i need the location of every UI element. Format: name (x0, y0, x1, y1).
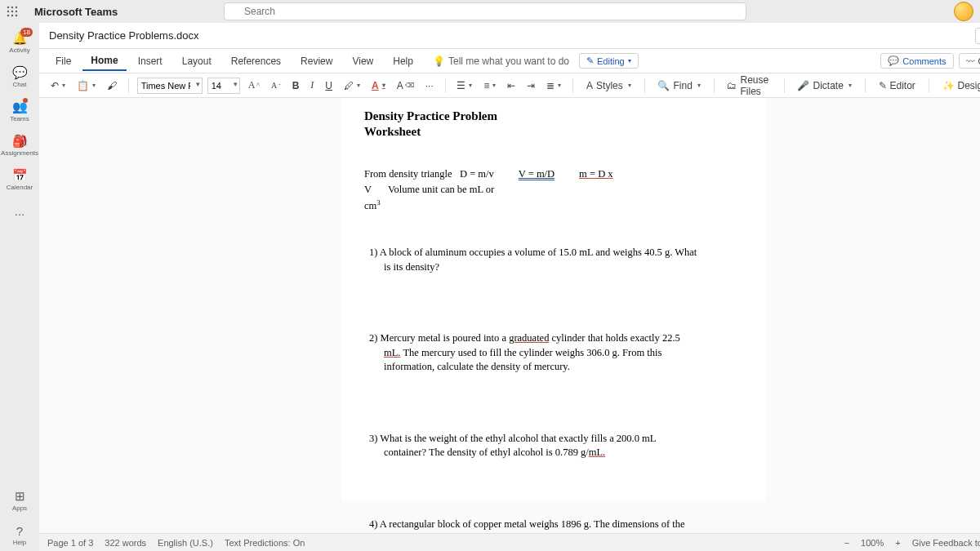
status-bar: Page 1 of 3 322 words English (U.S.) Tex… (39, 533, 980, 551)
search-wrap (224, 2, 746, 20)
svg-point-1 (11, 7, 13, 8)
svg-point-2 (16, 7, 17, 8)
divider (644, 78, 645, 93)
highlight-button[interactable]: 🖊 (341, 78, 363, 93)
waffle-icon[interactable] (7, 6, 29, 17)
designer-icon: ✨ (942, 80, 955, 91)
close-button[interactable]: Close (975, 28, 980, 44)
designer-button[interactable]: ✨Designer (938, 78, 980, 93)
zoom-in-button[interactable]: + (892, 538, 903, 548)
search-input[interactable] (224, 2, 746, 20)
numbering-button[interactable]: ≡ (480, 78, 499, 93)
tab-insert[interactable]: Insert (130, 52, 171, 70)
divider (929, 78, 929, 93)
tab-view[interactable]: View (344, 52, 381, 70)
indent-button[interactable]: ⇥ (523, 78, 538, 93)
feedback-link[interactable]: Give Feedback to Microsoft (912, 538, 980, 548)
tab-references[interactable]: References (223, 52, 289, 70)
chevron-down-icon: ▾ (628, 57, 631, 64)
reuse-files-button[interactable]: 🗂Reuse Files (722, 73, 775, 99)
rail-teams[interactable]: 👥 Teams (0, 95, 39, 127)
calendar-icon: 📅 (12, 168, 28, 183)
undo-button[interactable]: ↶ (47, 78, 69, 93)
font-select[interactable] (137, 78, 203, 94)
tell-me[interactable]: 💡 Tell me what you want to do (433, 56, 569, 67)
rail-calendar[interactable]: 📅 Calendar (0, 163, 39, 196)
tell-me-label: Tell me what you want to do (448, 56, 569, 67)
bullets-button[interactable]: ☰ (453, 78, 475, 93)
status-predictions[interactable]: Text Predictions: On (225, 538, 305, 548)
tab-help[interactable]: Help (385, 52, 421, 70)
rail-label: Chat (13, 81, 27, 88)
font-size-select[interactable] (207, 78, 240, 94)
tab-layout[interactable]: Layout (174, 52, 220, 70)
rail-chat[interactable]: 💬 Chat (0, 60, 39, 93)
styles-button[interactable]: AStyles (581, 78, 636, 93)
outdent-button[interactable]: ⇤ (504, 78, 519, 93)
divider (128, 78, 129, 93)
status-lang[interactable]: English (U.S.) (158, 538, 213, 548)
dictate-button[interactable]: 🎤Dictate (792, 78, 856, 93)
activity-badge: 18 (20, 28, 33, 37)
ribbon-toolbar: ↶ 📋 🖌 A^ Aˇ B I U 🖊 A A⌫ ··· ☰ ≡ ⇤ ⇥ ≣ A… (39, 73, 980, 98)
find-button[interactable]: 🔍Find (653, 78, 705, 93)
rail-help[interactable]: ? Help (0, 518, 39, 551)
underline-button[interactable]: U (322, 78, 336, 93)
catchup-button[interactable]: 〰 Catch up (959, 53, 980, 69)
dictate-label: Dictate (813, 80, 843, 91)
left-gutter (39, 98, 341, 533)
document-area[interactable]: Density Practice Problem Worksheet From … (39, 98, 980, 533)
rail-label: Calendar (7, 184, 33, 191)
mic-icon: 🎤 (797, 80, 809, 91)
rail-apps[interactable]: ⊞ Apps (0, 484, 39, 517)
divider (784, 78, 785, 93)
svg-point-5 (16, 11, 17, 12)
status-page[interactable]: Page 1 of 3 (47, 538, 93, 548)
zoom-level[interactable]: 100% (861, 538, 884, 548)
tab-home[interactable]: Home (82, 51, 126, 71)
clear-format-button[interactable]: A⌫ (394, 78, 417, 93)
svg-point-8 (16, 15, 17, 16)
status-words[interactable]: 322 words (105, 538, 146, 548)
paste-button[interactable]: 📋 (74, 78, 99, 93)
svg-point-6 (7, 15, 9, 16)
tab-file[interactable]: File (47, 52, 79, 70)
divider (865, 78, 866, 93)
avatar[interactable] (954, 2, 973, 21)
apps-icon: ⊞ (15, 489, 25, 504)
bold-button[interactable]: B (289, 78, 303, 93)
align-button[interactable]: ≣ (543, 78, 564, 93)
document-page[interactable]: Density Practice Problem Worksheet From … (341, 98, 766, 500)
editing-mode-button[interactable]: ✎ Editing ▾ (579, 53, 639, 69)
styles-icon: A (586, 80, 593, 91)
assignments-icon: 🎒 (12, 134, 28, 149)
comments-button[interactable]: 💬 Comments (880, 53, 953, 69)
rail-label: Help (13, 539, 26, 546)
catchup-icon: 〰 (966, 56, 975, 66)
rail-more[interactable]: ··· (0, 198, 39, 230)
shrink-font-button[interactable]: Aˇ (268, 79, 284, 91)
format-painter-button[interactable]: 🖌 (104, 78, 120, 93)
rail-activity[interactable]: 18 🔔 Activity (0, 26, 39, 59)
zoom-out-button[interactable]: − (841, 538, 853, 548)
rail-label: Apps (12, 504, 27, 512)
formula-intro: From density triangle (364, 168, 452, 180)
editor-button[interactable]: ✎Editor (874, 78, 920, 93)
font-color-button[interactable]: A (368, 78, 389, 93)
find-icon: 🔍 (657, 80, 670, 91)
svg-point-3 (7, 11, 9, 12)
rail-assignments[interactable]: 🎒 Assignments (0, 129, 39, 162)
doc-name: Density Practice Problems.docx (49, 29, 199, 42)
bulb-icon: 💡 (433, 56, 445, 67)
svg-point-0 (7, 7, 9, 8)
grow-font-button[interactable]: A^ (245, 78, 263, 93)
reuse-label: Reuse Files (740, 74, 770, 97)
tab-review[interactable]: Review (292, 52, 341, 70)
ribbon-tabs: File Home Insert Layout References Revie… (39, 49, 980, 73)
cm3-sup: 3 (376, 198, 381, 207)
more-font-button[interactable]: ··· (422, 78, 437, 93)
formula-d: D = m/v (460, 168, 494, 180)
italic-button[interactable]: I (307, 78, 317, 93)
divider (445, 78, 446, 93)
editor-icon: ✎ (879, 80, 887, 91)
